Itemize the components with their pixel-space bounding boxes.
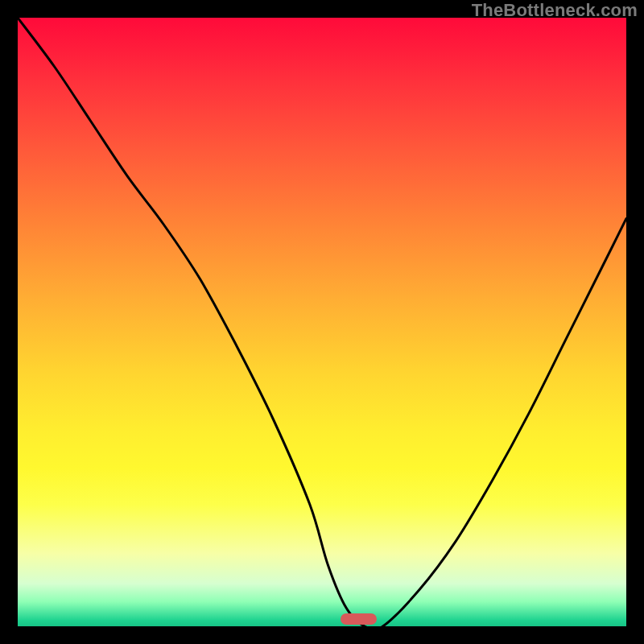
optimal-marker	[341, 613, 377, 625]
plot-area	[18, 18, 626, 626]
bottleneck-curve	[18, 18, 626, 626]
chart-frame: TheBottleneck.com	[0, 0, 644, 644]
